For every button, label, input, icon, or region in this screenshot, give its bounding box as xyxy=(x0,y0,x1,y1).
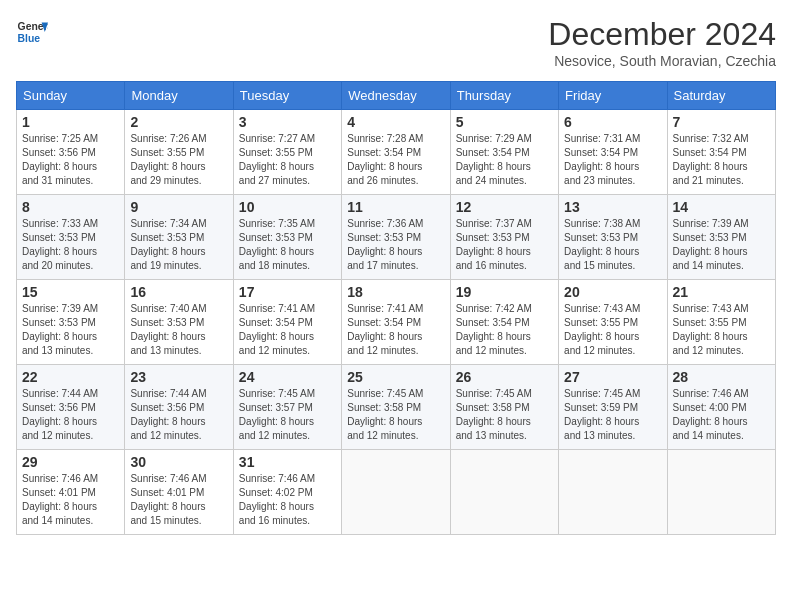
day-number: 13 xyxy=(564,199,661,215)
day-cell-26: 26Sunrise: 7:45 AM Sunset: 3:58 PM Dayli… xyxy=(450,365,558,450)
day-info: Sunrise: 7:31 AM Sunset: 3:54 PM Dayligh… xyxy=(564,132,661,188)
empty-cell xyxy=(667,450,775,535)
week-row-2: 8Sunrise: 7:33 AM Sunset: 3:53 PM Daylig… xyxy=(17,195,776,280)
logo-icon: General Blue xyxy=(16,16,48,48)
day-number: 22 xyxy=(22,369,119,385)
day-cell-1: 1Sunrise: 7:25 AM Sunset: 3:56 PM Daylig… xyxy=(17,110,125,195)
day-number: 20 xyxy=(564,284,661,300)
week-row-4: 22Sunrise: 7:44 AM Sunset: 3:56 PM Dayli… xyxy=(17,365,776,450)
day-number: 12 xyxy=(456,199,553,215)
day-number: 5 xyxy=(456,114,553,130)
day-info: Sunrise: 7:44 AM Sunset: 3:56 PM Dayligh… xyxy=(130,387,227,443)
day-number: 17 xyxy=(239,284,336,300)
day-info: Sunrise: 7:43 AM Sunset: 3:55 PM Dayligh… xyxy=(673,302,770,358)
week-row-3: 15Sunrise: 7:39 AM Sunset: 3:53 PM Dayli… xyxy=(17,280,776,365)
day-number: 8 xyxy=(22,199,119,215)
day-info: Sunrise: 7:26 AM Sunset: 3:55 PM Dayligh… xyxy=(130,132,227,188)
calendar-table: SundayMondayTuesdayWednesdayThursdayFrid… xyxy=(16,81,776,535)
weekday-monday: Monday xyxy=(125,82,233,110)
day-cell-9: 9Sunrise: 7:34 AM Sunset: 3:53 PM Daylig… xyxy=(125,195,233,280)
weekday-friday: Friday xyxy=(559,82,667,110)
day-info: Sunrise: 7:43 AM Sunset: 3:55 PM Dayligh… xyxy=(564,302,661,358)
day-cell-30: 30Sunrise: 7:46 AM Sunset: 4:01 PM Dayli… xyxy=(125,450,233,535)
day-info: Sunrise: 7:46 AM Sunset: 4:02 PM Dayligh… xyxy=(239,472,336,528)
day-info: Sunrise: 7:29 AM Sunset: 3:54 PM Dayligh… xyxy=(456,132,553,188)
day-cell-13: 13Sunrise: 7:38 AM Sunset: 3:53 PM Dayli… xyxy=(559,195,667,280)
day-number: 6 xyxy=(564,114,661,130)
day-cell-4: 4Sunrise: 7:28 AM Sunset: 3:54 PM Daylig… xyxy=(342,110,450,195)
day-number: 28 xyxy=(673,369,770,385)
day-cell-20: 20Sunrise: 7:43 AM Sunset: 3:55 PM Dayli… xyxy=(559,280,667,365)
day-number: 3 xyxy=(239,114,336,130)
day-number: 11 xyxy=(347,199,444,215)
empty-cell xyxy=(450,450,558,535)
day-cell-11: 11Sunrise: 7:36 AM Sunset: 3:53 PM Dayli… xyxy=(342,195,450,280)
day-cell-8: 8Sunrise: 7:33 AM Sunset: 3:53 PM Daylig… xyxy=(17,195,125,280)
day-number: 23 xyxy=(130,369,227,385)
day-info: Sunrise: 7:40 AM Sunset: 3:53 PM Dayligh… xyxy=(130,302,227,358)
day-info: Sunrise: 7:32 AM Sunset: 3:54 PM Dayligh… xyxy=(673,132,770,188)
day-number: 7 xyxy=(673,114,770,130)
day-cell-24: 24Sunrise: 7:45 AM Sunset: 3:57 PM Dayli… xyxy=(233,365,341,450)
day-number: 14 xyxy=(673,199,770,215)
day-cell-7: 7Sunrise: 7:32 AM Sunset: 3:54 PM Daylig… xyxy=(667,110,775,195)
day-info: Sunrise: 7:39 AM Sunset: 3:53 PM Dayligh… xyxy=(673,217,770,273)
day-number: 4 xyxy=(347,114,444,130)
month-title: December 2024 xyxy=(548,16,776,53)
weekday-saturday: Saturday xyxy=(667,82,775,110)
day-info: Sunrise: 7:44 AM Sunset: 3:56 PM Dayligh… xyxy=(22,387,119,443)
day-cell-6: 6Sunrise: 7:31 AM Sunset: 3:54 PM Daylig… xyxy=(559,110,667,195)
day-info: Sunrise: 7:46 AM Sunset: 4:01 PM Dayligh… xyxy=(22,472,119,528)
day-number: 27 xyxy=(564,369,661,385)
week-row-5: 29Sunrise: 7:46 AM Sunset: 4:01 PM Dayli… xyxy=(17,450,776,535)
day-number: 24 xyxy=(239,369,336,385)
day-number: 21 xyxy=(673,284,770,300)
day-info: Sunrise: 7:36 AM Sunset: 3:53 PM Dayligh… xyxy=(347,217,444,273)
weekday-header-row: SundayMondayTuesdayWednesdayThursdayFrid… xyxy=(17,82,776,110)
day-info: Sunrise: 7:35 AM Sunset: 3:53 PM Dayligh… xyxy=(239,217,336,273)
day-info: Sunrise: 7:27 AM Sunset: 3:55 PM Dayligh… xyxy=(239,132,336,188)
day-info: Sunrise: 7:45 AM Sunset: 3:58 PM Dayligh… xyxy=(456,387,553,443)
day-cell-23: 23Sunrise: 7:44 AM Sunset: 3:56 PM Dayli… xyxy=(125,365,233,450)
day-info: Sunrise: 7:41 AM Sunset: 3:54 PM Dayligh… xyxy=(239,302,336,358)
empty-cell xyxy=(559,450,667,535)
weekday-thursday: Thursday xyxy=(450,82,558,110)
day-cell-14: 14Sunrise: 7:39 AM Sunset: 3:53 PM Dayli… xyxy=(667,195,775,280)
day-cell-25: 25Sunrise: 7:45 AM Sunset: 3:58 PM Dayli… xyxy=(342,365,450,450)
week-row-1: 1Sunrise: 7:25 AM Sunset: 3:56 PM Daylig… xyxy=(17,110,776,195)
day-number: 10 xyxy=(239,199,336,215)
day-cell-29: 29Sunrise: 7:46 AM Sunset: 4:01 PM Dayli… xyxy=(17,450,125,535)
day-number: 1 xyxy=(22,114,119,130)
day-info: Sunrise: 7:45 AM Sunset: 3:57 PM Dayligh… xyxy=(239,387,336,443)
day-number: 19 xyxy=(456,284,553,300)
day-info: Sunrise: 7:41 AM Sunset: 3:54 PM Dayligh… xyxy=(347,302,444,358)
day-info: Sunrise: 7:45 AM Sunset: 3:59 PM Dayligh… xyxy=(564,387,661,443)
day-info: Sunrise: 7:33 AM Sunset: 3:53 PM Dayligh… xyxy=(22,217,119,273)
day-cell-12: 12Sunrise: 7:37 AM Sunset: 3:53 PM Dayli… xyxy=(450,195,558,280)
day-info: Sunrise: 7:42 AM Sunset: 3:54 PM Dayligh… xyxy=(456,302,553,358)
empty-cell xyxy=(342,450,450,535)
weekday-sunday: Sunday xyxy=(17,82,125,110)
day-cell-16: 16Sunrise: 7:40 AM Sunset: 3:53 PM Dayli… xyxy=(125,280,233,365)
day-number: 16 xyxy=(130,284,227,300)
svg-text:Blue: Blue xyxy=(18,33,41,44)
day-number: 26 xyxy=(456,369,553,385)
day-cell-5: 5Sunrise: 7:29 AM Sunset: 3:54 PM Daylig… xyxy=(450,110,558,195)
day-cell-18: 18Sunrise: 7:41 AM Sunset: 3:54 PM Dayli… xyxy=(342,280,450,365)
day-cell-17: 17Sunrise: 7:41 AM Sunset: 3:54 PM Dayli… xyxy=(233,280,341,365)
day-cell-28: 28Sunrise: 7:46 AM Sunset: 4:00 PM Dayli… xyxy=(667,365,775,450)
day-cell-27: 27Sunrise: 7:45 AM Sunset: 3:59 PM Dayli… xyxy=(559,365,667,450)
weekday-tuesday: Tuesday xyxy=(233,82,341,110)
day-info: Sunrise: 7:46 AM Sunset: 4:00 PM Dayligh… xyxy=(673,387,770,443)
day-number: 30 xyxy=(130,454,227,470)
day-cell-31: 31Sunrise: 7:46 AM Sunset: 4:02 PM Dayli… xyxy=(233,450,341,535)
day-info: Sunrise: 7:25 AM Sunset: 3:56 PM Dayligh… xyxy=(22,132,119,188)
day-cell-21: 21Sunrise: 7:43 AM Sunset: 3:55 PM Dayli… xyxy=(667,280,775,365)
location-subtitle: Nesovice, South Moravian, Czechia xyxy=(548,53,776,69)
day-cell-3: 3Sunrise: 7:27 AM Sunset: 3:55 PM Daylig… xyxy=(233,110,341,195)
page-header: General Blue December 2024 Nesovice, Sou… xyxy=(16,16,776,69)
day-info: Sunrise: 7:39 AM Sunset: 3:53 PM Dayligh… xyxy=(22,302,119,358)
day-cell-22: 22Sunrise: 7:44 AM Sunset: 3:56 PM Dayli… xyxy=(17,365,125,450)
logo: General Blue xyxy=(16,16,48,48)
day-number: 25 xyxy=(347,369,444,385)
